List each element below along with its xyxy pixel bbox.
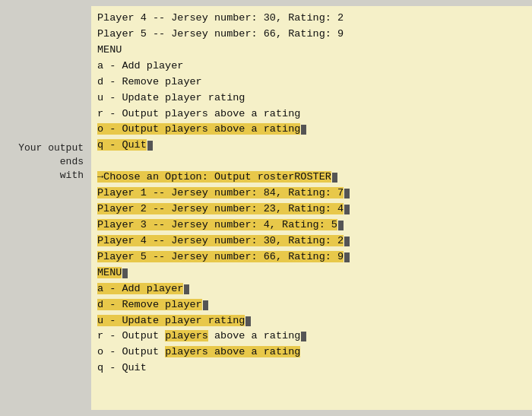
line-player4-top: Player 4 -- Jersey number: 30, Rating: 2 <box>97 11 526 27</box>
line-player2-bot: Player 2 -- Jersey number: 23, Rating: 4 <box>97 202 526 218</box>
line-u-bot: u - Update player rating <box>97 313 526 329</box>
line-player4-bot: Player 4 -- Jersey number: 30, Rating: 2 <box>97 233 526 249</box>
left-label: Your output ends with <box>0 6 91 410</box>
line-d-bot: d - Remove player <box>97 297 526 313</box>
line-r-bot: r - Output players above a rating <box>97 329 526 345</box>
output-ends-label: Your output ends <box>0 141 84 169</box>
line-menu-top: MENU <box>97 43 526 59</box>
line-d-top: d - Remove player <box>97 75 526 91</box>
line-q-bot: q - Quit <box>97 360 526 376</box>
line-player5-top: Player 5 -- Jersey number: 66, Rating: 9 <box>97 27 526 43</box>
line-a-top: a - Add player <box>97 59 526 75</box>
line-a-bot: a - Add player <box>97 281 526 297</box>
with-label: with <box>60 169 84 183</box>
line-q-top: q - Quit <box>97 138 526 154</box>
line-player1-bot: Player 1 -- Jersey number: 84, Rating: 7 <box>97 186 526 202</box>
prompt-line: →Choose an Option: Output rosterROSTER <box>97 170 526 186</box>
line-empty <box>97 154 526 170</box>
terminal-output: Player 4 -- Jersey number: 30, Rating: 2… <box>91 6 532 410</box>
line-o-bot: o - Output players above a rating <box>97 345 526 360</box>
line-r-top: r - Output players above a rating <box>97 106 526 122</box>
line-o-top: o - Output players above a rating <box>97 122 526 138</box>
line-menu-bot: MENU <box>97 265 526 281</box>
line-player3-bot: Player 3 -- Jersey number: 4, Rating: 5 <box>97 218 526 233</box>
line-u-top: u - Update player rating <box>97 91 526 106</box>
line-player5-bot: Player 5 -- Jersey number: 66, Rating: 9 <box>97 249 526 265</box>
